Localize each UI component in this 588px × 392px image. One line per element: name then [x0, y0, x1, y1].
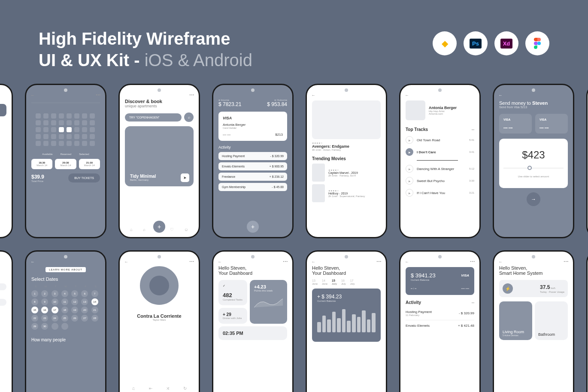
track-item[interactable]: ▶I Don't Care3:41 — [406, 148, 474, 156]
calendar-day[interactable]: 25 — [61, 315, 68, 322]
calendar-day[interactable]: 28 — [91, 315, 98, 322]
track-item[interactable]: ▶If I Can't Have You3:21 — [406, 189, 474, 197]
power-widget[interactable]: ⚡ 37.5 kwhToday · Power Usage — [499, 280, 568, 297]
calendar-day[interactable]: 16 — [41, 307, 48, 313]
play-icon[interactable]: ▶ — [406, 177, 413, 185]
date-tabs[interactable]: 13June 14June 15July 16July 17July — [312, 279, 381, 285]
back-icon[interactable]: ← — [405, 259, 409, 264]
play-icon[interactable]: ▶ — [406, 189, 413, 197]
calendar-day[interactable]: 10 — [52, 298, 58, 305]
heart-icon[interactable]: ♡ — [170, 227, 174, 232]
more-icon[interactable]: ••• — [283, 259, 288, 263]
search-icon[interactable]: ⌕ — [143, 227, 145, 232]
calendar-day[interactable]: 9 — [41, 298, 48, 305]
calendar-day[interactable] — [61, 323, 68, 330]
activity-item[interactable]: Envato Elements+ $ 900.95 — [218, 162, 287, 170]
room-card[interactable]: Living Room 5 Active Devices — [499, 301, 532, 340]
apartment-card[interactable]: Tidy Minimal Berlin, Germany ➤ — [125, 126, 194, 186]
more-icon[interactable]: ••• — [470, 259, 475, 263]
home-icon[interactable]: ⌂ — [130, 227, 133, 232]
track-item[interactable]: ▶Old Town Road5:41 — [406, 136, 474, 144]
calendar-day[interactable] — [52, 323, 58, 330]
prev-icon[interactable]: ⇤ — [149, 386, 152, 391]
back-icon[interactable]: ← — [30, 93, 35, 97]
calendar-day[interactable]: 19 — [71, 307, 78, 313]
stat-widget[interactable]: + 29 Dinner with Julia — [218, 308, 247, 324]
activity-item[interactable]: Gym Membership- $ 45.00 — [218, 183, 287, 191]
back-icon[interactable]: ← — [311, 259, 315, 264]
back-icon[interactable]: ← — [218, 259, 222, 264]
more-icon[interactable]: ••• — [96, 93, 101, 97]
calendar-day[interactable]: 26 — [71, 315, 78, 322]
points-widget[interactable]: +4.23 Points this week — [250, 280, 287, 324]
track-item[interactable]: ▶Sweet But Psycho3:30 — [406, 177, 474, 185]
seat-grid[interactable] — [31, 105, 100, 150]
calendar-day[interactable]: 6 — [81, 290, 88, 297]
visa-card[interactable]: VISA Antonia Berger Card Holder •••• •••… — [218, 112, 287, 141]
add-button[interactable]: + — [153, 221, 165, 233]
calendar-day[interactable]: 5 — [71, 290, 78, 297]
more-icon[interactable]: ••• — [190, 259, 194, 263]
back-icon[interactable]: ← — [30, 259, 35, 264]
calendar-day[interactable]: 27 — [81, 315, 88, 322]
stat-widget[interactable]: ✓ 482 Completed Tasks — [218, 280, 247, 305]
send-icon[interactable]: ➤ — [181, 173, 189, 182]
more-icon[interactable]: ••• — [564, 259, 569, 263]
amount-slider[interactable] — [503, 168, 564, 168]
calendar-day[interactable]: 12 — [71, 298, 78, 305]
time-chip[interactable]: 21:30March 14 — [79, 159, 100, 169]
balance-card[interactable]: + $ 394.23 Current Balance — [312, 289, 381, 342]
profile-icon[interactable]: ☺ — [184, 227, 188, 232]
play-icon[interactable]: ▶ — [406, 136, 413, 144]
activity-item[interactable]: Hosting Payment11 February - $ 320.99 — [406, 307, 474, 320]
calendar-day[interactable]: 30 — [41, 323, 48, 330]
send-button[interactable]: → — [527, 192, 540, 206]
player-controls[interactable]: ♫ ⇤ ⤨ ↻ — [125, 386, 194, 391]
time-row[interactable]: 18.30March 14 20:30March 14 21:30March 1… — [31, 159, 100, 169]
shuffle-icon[interactable]: ⤨ — [166, 386, 170, 391]
calendar-day[interactable]: 29 — [31, 323, 38, 330]
search-icon[interactable]: ⌕ — [184, 112, 194, 122]
room-card[interactable]: Bathroom — [535, 301, 568, 340]
visa-card[interactable]: VISA•••• •••• — [499, 114, 532, 134]
activity-item[interactable]: Envato Elemets + $ 421.48 — [406, 320, 474, 331]
calendar-day[interactable]: 1 — [31, 290, 38, 297]
calendar-grid[interactable]: 1234567891011121314151617181920212223242… — [31, 290, 100, 330]
calendar-day[interactable]: 14 — [91, 298, 98, 305]
calendar-day[interactable]: 22 — [31, 315, 38, 322]
time-chip[interactable]: 20:30March 14 — [55, 159, 76, 169]
calendar-day[interactable]: 15 — [31, 307, 38, 313]
search-input[interactable]: TRY "COPENHAGEN" — [125, 113, 182, 122]
calendar-day[interactable]: 8 — [31, 298, 38, 305]
calendar-day[interactable]: 7 — [91, 290, 98, 297]
play-icon[interactable]: ▶ — [406, 165, 413, 173]
progress-bar[interactable] — [417, 160, 458, 161]
calendar-day[interactable]: 13 — [81, 298, 88, 305]
calendar-day[interactable]: 4 — [61, 290, 68, 297]
shuffle-icon[interactable]: ♫ — [132, 386, 135, 391]
movie-item[interactable]: ★★★★☆Hellboy - 20192h 1min · Supernatura… — [312, 184, 381, 202]
calendar-day[interactable]: 21 — [91, 307, 98, 313]
calendar-day[interactable]: 24 — [52, 315, 58, 322]
calendar-day[interactable]: 17 — [52, 307, 58, 313]
back-icon[interactable]: ← — [405, 93, 409, 97]
more-icon[interactable]: ••• — [377, 259, 382, 263]
back-icon[interactable]: ← — [124, 259, 128, 264]
back-icon[interactable]: ← — [498, 259, 503, 264]
activity-item[interactable]: Hosting Payment- $ 320.99 — [218, 152, 287, 160]
time-chip[interactable]: 18.30March 14 — [31, 159, 52, 169]
calendar-day[interactable]: 23 — [41, 315, 48, 322]
calendar-day[interactable]: 3 — [52, 290, 58, 297]
play-icon[interactable]: ▶ — [406, 148, 413, 156]
track-item[interactable]: ▶Dancing With A Stranger5:12 — [406, 165, 474, 173]
calendar-day[interactable]: 11 — [61, 298, 68, 305]
time-widget[interactable]: 02:35 PM — [218, 326, 287, 340]
balance-card[interactable]: $ 3941.23VISA Current Balance •• / •••••… — [406, 267, 474, 295]
more-icon[interactable]: ••• — [472, 128, 474, 131]
buy-button[interactable]: BUY TICKETS — [68, 173, 100, 182]
movie-poster[interactable] — [312, 100, 381, 139]
back-icon[interactable]: ← — [311, 93, 315, 97]
add-button[interactable]: + — [247, 221, 259, 233]
visa-card[interactable]: VISA•••• •••• — [535, 114, 568, 134]
calendar-day[interactable]: 18 — [61, 307, 68, 313]
